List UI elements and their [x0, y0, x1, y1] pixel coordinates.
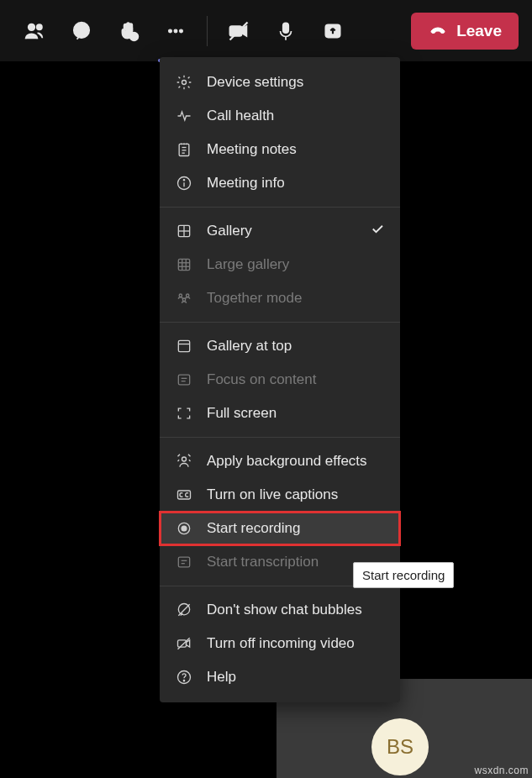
menu-label: Apply background effects: [207, 453, 367, 470]
svg-point-9: [169, 29, 172, 33]
info-icon: [175, 174, 193, 192]
svg-line-46: [188, 455, 191, 457]
svg-point-10: [174, 29, 177, 33]
svg-rect-14: [283, 23, 289, 33]
gallery-top-icon: [175, 337, 193, 355]
svg-point-27: [183, 180, 184, 181]
watermark: wsxdn.com: [474, 765, 529, 776]
menu-separator: [160, 437, 400, 438]
svg-point-17: [182, 81, 187, 85]
svg-point-11: [180, 29, 183, 33]
fullscreen-icon: [175, 404, 193, 423]
menu-label: Start recording: [207, 520, 301, 537]
check-icon: [370, 222, 385, 241]
menu-live-captions[interactable]: Turn on live captions: [160, 478, 400, 512]
svg-point-51: [182, 526, 187, 531]
person-effects-icon: [175, 452, 193, 470]
svg-rect-57: [178, 640, 187, 647]
grid-2x2-icon: [175, 222, 193, 240]
menu-start-recording[interactable]: Start recording: [160, 512, 400, 545]
menu-large-gallery: Large gallery: [160, 248, 400, 281]
svg-line-45: [178, 455, 181, 457]
reactions-button[interactable]: [108, 10, 150, 52]
chat-button[interactable]: [61, 10, 103, 52]
avatar: BS: [371, 718, 429, 775]
leave-label: Leave: [456, 22, 502, 40]
content-icon: [175, 371, 193, 389]
menu-label: Full screen: [207, 405, 277, 422]
menu-label: Large gallery: [207, 256, 289, 273]
menu-full-screen[interactable]: Full screen: [160, 397, 400, 430]
svg-line-48: [189, 460, 191, 461]
menu-label: Focus on content: [207, 371, 316, 388]
people-button[interactable]: [13, 10, 55, 52]
menu-label: Help: [207, 669, 236, 686]
menu-focus-on-content: Focus on content: [160, 363, 400, 397]
chat-off-icon: [175, 601, 193, 619]
share-button[interactable]: [312, 10, 354, 52]
menu-label: Device settings: [207, 74, 303, 91]
svg-rect-39: [178, 340, 189, 351]
svg-point-8: [135, 34, 136, 35]
grid-3x3-icon: [175, 255, 193, 274]
svg-point-1: [37, 24, 42, 29]
meeting-toolbar: Leave: [0, 0, 532, 62]
menu-gallery-at-top[interactable]: Gallery at top: [160, 329, 400, 363]
more-actions-menu: Device settings Call health Meeting note…: [160, 57, 400, 702]
video-off-icon: [175, 634, 193, 653]
menu-turn-off-incoming-video[interactable]: Turn off incoming video: [160, 627, 400, 660]
svg-point-36: [179, 294, 182, 297]
transcription-icon: [175, 553, 193, 571]
menu-label: Turn on live captions: [207, 486, 338, 503]
menu-dont-show-chat[interactable]: Don't show chat bubbles: [160, 593, 400, 627]
menu-help[interactable]: Help: [160, 660, 400, 694]
svg-point-4: [81, 29, 82, 30]
svg-rect-31: [178, 259, 189, 270]
menu-label: Start transcription: [207, 554, 319, 570]
menu-gallery[interactable]: Gallery: [160, 214, 400, 248]
svg-point-60: [183, 681, 184, 681]
menu-label: Meeting info: [207, 175, 285, 192]
toolbar-separator: [207, 16, 208, 46]
svg-rect-52: [178, 557, 189, 567]
menu-label: Don't show chat bubbles: [207, 602, 362, 618]
notes-icon: [175, 140, 193, 159]
camera-button[interactable]: [218, 10, 260, 52]
microphone-button[interactable]: [265, 10, 307, 52]
menu-separator: [160, 207, 400, 208]
menu-label: Gallery: [207, 223, 252, 239]
menu-meeting-notes[interactable]: Meeting notes: [160, 133, 400, 166]
leave-button[interactable]: Leave: [411, 13, 519, 50]
menu-label: Together mode: [207, 290, 302, 307]
menu-together-mode: Together mode: [160, 281, 400, 315]
more-actions-button[interactable]: [155, 10, 197, 52]
svg-line-47: [178, 460, 180, 461]
menu-call-health[interactable]: Call health: [160, 99, 400, 133]
svg-point-44: [182, 457, 187, 461]
svg-point-5: [84, 29, 85, 30]
menu-meeting-info[interactable]: Meeting info: [160, 166, 400, 200]
menu-label: Meeting notes: [207, 141, 297, 158]
activity-icon: [175, 107, 193, 125]
svg-rect-41: [178, 375, 189, 385]
together-icon: [175, 289, 193, 308]
cc-icon: [175, 486, 193, 504]
menu-background-effects[interactable]: Apply background effects: [160, 444, 400, 478]
tooltip: Start recording: [353, 562, 454, 588]
gear-icon: [175, 73, 193, 92]
svg-point-7: [132, 34, 133, 35]
menu-separator: [160, 322, 400, 323]
svg-point-3: [78, 29, 79, 30]
svg-point-0: [29, 24, 34, 29]
record-icon: [175, 519, 193, 538]
menu-label: Turn off incoming video: [207, 635, 355, 652]
menu-label: Call health: [207, 108, 274, 124]
help-icon: [175, 668, 193, 686]
svg-point-6: [130, 32, 139, 40]
menu-device-settings[interactable]: Device settings: [160, 66, 400, 99]
menu-label: Gallery at top: [207, 338, 292, 355]
svg-point-37: [187, 294, 189, 297]
